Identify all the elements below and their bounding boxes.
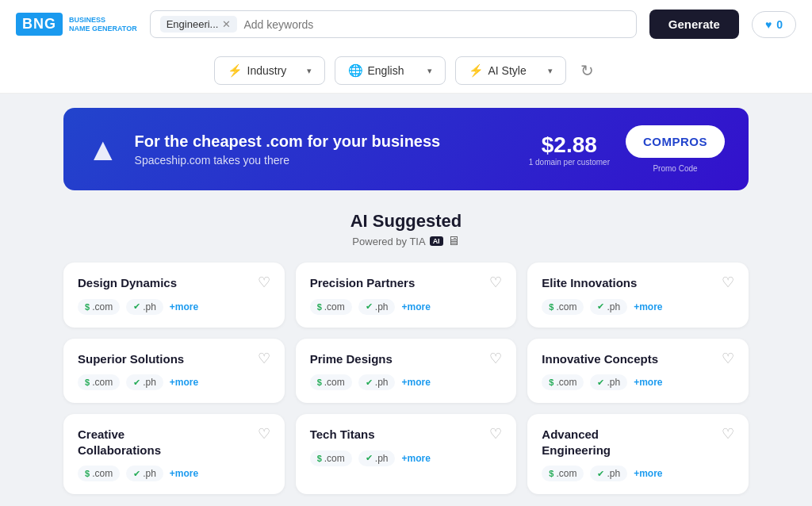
- com-domain-badge: $ .com: [78, 374, 120, 390]
- more-domains-link[interactable]: +more: [634, 301, 662, 312]
- search-bar: Engineeri... ✕: [150, 10, 637, 38]
- style-filter[interactable]: ⚡ AI Style ▾: [455, 56, 566, 85]
- price-value: $2.88: [529, 132, 610, 158]
- card-header: AdvancedEngineering ♡: [542, 427, 734, 458]
- favorite-button[interactable]: ♡: [722, 427, 734, 441]
- ph-domain-badge: ✔ .ph: [126, 374, 163, 390]
- card-domains: $ .com ✔ .ph +more: [542, 466, 734, 481]
- card-header: Innovative Concepts ♡: [542, 351, 734, 367]
- chevron-down-icon: ▾: [427, 66, 432, 76]
- ai-suggested-section: AI Suggested Powered by TIA AI 🖥: [0, 198, 812, 255]
- card-domains: $ .com ✔ .ph +more: [542, 299, 734, 315]
- card-name: AdvancedEngineering: [542, 427, 611, 458]
- logo-text: BUSINESS NAME GENERATOR: [69, 16, 137, 33]
- more-domains-link[interactable]: +more: [401, 301, 430, 312]
- more-domains-link[interactable]: +more: [401, 453, 430, 464]
- more-domains-link[interactable]: +more: [634, 377, 662, 388]
- banner-cta-button[interactable]: COMPROS: [626, 125, 725, 158]
- spaceship-icon: ▲: [87, 132, 119, 167]
- banner-subtext: Spaceship.com takes you there: [135, 154, 513, 167]
- name-card: Innovative Concepts ♡ $ .com ✔ .ph +more: [527, 339, 749, 404]
- card-domains: $ .com ✔ .ph +more: [310, 374, 503, 390]
- more-domains-link[interactable]: +more: [634, 468, 662, 479]
- favorite-button[interactable]: ♡: [258, 427, 270, 441]
- keyword-tag[interactable]: Engineeri... ✕: [160, 16, 238, 33]
- generate-button[interactable]: Generate: [649, 10, 739, 39]
- card-name: CreativeCollaborations: [78, 427, 161, 458]
- chip-icon: 🖥: [447, 234, 460, 248]
- name-card: CreativeCollaborations ♡ $ .com ✔ .ph +m…: [63, 414, 285, 494]
- card-name: Precision Partners: [310, 275, 416, 291]
- favorites-count: 0: [776, 18, 783, 31]
- industry-filter[interactable]: ⚡ Industry ▾: [214, 56, 325, 85]
- ph-domain-badge: ✔ .ph: [590, 299, 627, 315]
- card-name: Innovative Concepts: [542, 351, 658, 367]
- favorite-button[interactable]: ♡: [722, 275, 734, 289]
- card-name: Elite Innovations: [542, 275, 637, 291]
- filters-row: ⚡ Industry ▾ 🌐 English ▾ ⚡ AI Style ▾ ↻: [0, 48, 812, 94]
- com-domain-badge: $ .com: [78, 299, 120, 315]
- favorite-button[interactable]: ♡: [489, 351, 502, 366]
- card-domains: $ .com ✔ .ph +more: [310, 450, 503, 466]
- card-domains: $ .com ✔ .ph +more: [310, 299, 503, 315]
- language-label: English: [368, 64, 404, 77]
- favorite-button[interactable]: ♡: [258, 351, 270, 366]
- com-domain-badge: $ .com: [310, 374, 352, 390]
- card-name: Superior Solutions: [78, 351, 184, 367]
- com-domain-badge: $ .com: [542, 374, 584, 390]
- banner-text: For the cheapest .com for your business …: [135, 132, 513, 167]
- favorites-button[interactable]: ♥ 0: [752, 11, 796, 38]
- ph-domain-badge: ✔ .ph: [358, 299, 396, 315]
- com-domain-badge: $ .com: [310, 450, 352, 466]
- favorite-button[interactable]: ♡: [722, 351, 734, 366]
- com-domain-badge: $ .com: [310, 299, 352, 315]
- remove-keyword-button[interactable]: ✕: [222, 18, 231, 30]
- name-card: Precision Partners ♡ $ .com ✔ .ph +more: [296, 263, 517, 328]
- card-header: Tech Titans ♡: [310, 427, 503, 443]
- card-header: Design Dynamics ♡: [78, 275, 270, 291]
- more-domains-link[interactable]: +more: [401, 377, 430, 388]
- card-header: Superior Solutions ♡: [78, 351, 270, 367]
- lightning-icon: ⚡: [469, 63, 484, 78]
- card-domains: $ .com ✔ .ph +more: [542, 374, 734, 390]
- heart-icon: ♥: [765, 18, 772, 31]
- card-domains: $ .com ✔ .ph +more: [78, 299, 270, 315]
- logo-abbr: BNG: [16, 13, 63, 36]
- price-sub: 1 domain per customer: [529, 158, 610, 167]
- more-domains-link[interactable]: +more: [170, 301, 198, 312]
- card-domains: $ .com ✔ .ph +more: [78, 374, 270, 390]
- style-label: AI Style: [488, 64, 527, 77]
- funnel-icon: ⚡: [228, 63, 243, 78]
- industry-label: Industry: [247, 64, 287, 77]
- favorite-button[interactable]: ♡: [489, 275, 502, 289]
- language-filter[interactable]: 🌐 English ▾: [335, 56, 446, 85]
- favorite-button[interactable]: ♡: [258, 275, 270, 289]
- com-domain-badge: $ .com: [542, 299, 584, 315]
- card-name: Tech Titans: [310, 427, 375, 443]
- ai-badge: AI: [430, 236, 443, 246]
- cards-grid: Design Dynamics ♡ $ .com ✔ .ph +more Pre…: [0, 255, 812, 506]
- promo-banner: ▲ For the cheapest .com for your busines…: [63, 108, 749, 190]
- chevron-down-icon: ▾: [548, 66, 553, 76]
- ph-domain-badge: ✔ .ph: [590, 466, 627, 481]
- ph-domain-badge: ✔ .ph: [358, 450, 396, 466]
- name-card: Tech Titans ♡ $ .com ✔ .ph +more: [296, 414, 517, 494]
- banner-headline: For the cheapest .com for your business: [135, 132, 513, 151]
- card-domains: $ .com ✔ .ph +more: [78, 466, 270, 481]
- name-card: Design Dynamics ♡ $ .com ✔ .ph +more: [63, 263, 285, 328]
- more-domains-link[interactable]: +more: [170, 468, 198, 479]
- globe-icon: 🌐: [348, 63, 363, 78]
- card-header: CreativeCollaborations ♡: [78, 427, 270, 458]
- ph-domain-badge: ✔ .ph: [126, 299, 163, 315]
- more-domains-link[interactable]: +more: [170, 377, 198, 388]
- refresh-button[interactable]: ↻: [576, 56, 599, 85]
- chevron-down-icon: ▾: [307, 66, 312, 76]
- header: BNG BUSINESS NAME GENERATOR Engineeri...…: [0, 0, 812, 48]
- ai-section-subtitle: Powered by TIA AI 🖥: [0, 234, 812, 248]
- card-header: Elite Innovations ♡: [542, 275, 734, 291]
- favorite-button[interactable]: ♡: [489, 427, 502, 441]
- banner-price: $2.88 1 domain per customer: [529, 132, 610, 167]
- search-input[interactable]: [243, 18, 626, 31]
- ph-domain-badge: ✔ .ph: [590, 374, 627, 390]
- com-domain-badge: $ .com: [542, 466, 584, 481]
